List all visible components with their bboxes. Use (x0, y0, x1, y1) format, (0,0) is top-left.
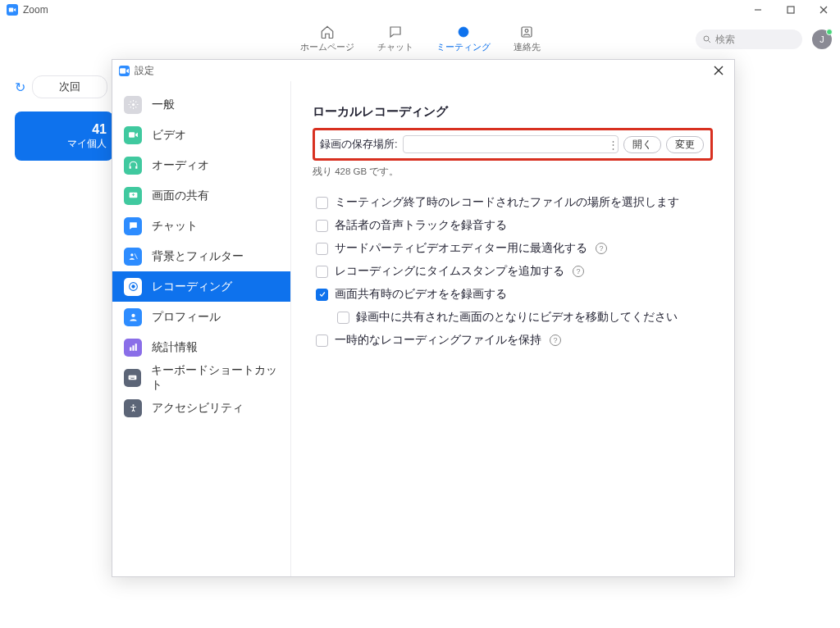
svg-rect-10 (120, 68, 126, 74)
remaining-space-label: 残り 428 GB です。 (313, 166, 713, 178)
sidebar-item-share-screen[interactable]: 画面の共有 (112, 180, 290, 211)
sidebar-item-label: レコーディング (152, 280, 232, 294)
svg-point-27 (131, 376, 132, 377)
clock-icon (455, 24, 472, 40)
recording-option[interactable]: 画面共有時のビデオをを録画する (313, 283, 713, 306)
option-label: 一時的なレコーディングファイルを保持 (335, 333, 541, 348)
spinner-icon: ⋮ (609, 137, 617, 152)
svg-point-13 (131, 103, 134, 106)
recording-option[interactable]: 録画中に共有された画面のとなりにビデオを移動してください (313, 306, 713, 329)
sidebar-item-label: 背景とフィルター (152, 249, 244, 264)
sidebar-item-label: オーディオ (152, 158, 209, 173)
svg-point-28 (133, 376, 134, 377)
presence-indicator (826, 29, 833, 35)
panel-heading: ローカルレコーディング (313, 104, 713, 120)
avatar[interactable]: J (812, 30, 832, 49)
share-screen-icon (124, 187, 142, 205)
window-title: Zoom (23, 4, 48, 16)
recording-option[interactable]: ミーティング終了時のレコードされたファイルの場所を選択します (313, 191, 713, 214)
sidebar-item-video[interactable]: ビデオ (112, 120, 290, 150)
dialog-close-button[interactable] (703, 60, 734, 81)
meeting-card-label: マイ個人 (67, 137, 107, 151)
sidebar-item-statistics[interactable]: 統計情報 (112, 332, 290, 362)
checkbox[interactable] (316, 266, 328, 278)
recording-settings-panel: ローカルレコーディング 録画の保存場所: ⋮ 開く 変更 残り 428 GB で… (291, 81, 734, 576)
headphones-icon (124, 157, 142, 175)
svg-point-7 (525, 30, 528, 33)
option-label: 録画中に共有された画面のとなりにビデオを移動してください (356, 310, 678, 325)
sidebar-item-label: プロフィール (152, 310, 221, 325)
checkbox[interactable] (316, 220, 328, 232)
svg-rect-22 (130, 348, 131, 351)
svg-point-21 (131, 314, 135, 317)
svg-rect-16 (135, 166, 137, 169)
checkbox[interactable] (316, 334, 328, 347)
record-icon (124, 278, 142, 296)
highlighted-recording-location: 録画の保存場所: ⋮ 開く 変更 (313, 128, 713, 161)
sidebar-item-label: チャット (152, 219, 198, 234)
svg-rect-24 (135, 344, 136, 351)
svg-point-20 (131, 284, 135, 288)
profile-icon (124, 308, 142, 326)
svg-rect-15 (129, 166, 130, 169)
gear-icon (124, 96, 142, 114)
svg-rect-14 (129, 132, 135, 138)
option-label: 各話者の音声トラックを録音する (335, 218, 507, 233)
svg-point-30 (132, 404, 134, 406)
checkbox[interactable] (337, 312, 349, 324)
sidebar-item-general[interactable]: 一般 (112, 89, 290, 120)
help-icon[interactable]: ? (573, 266, 584, 277)
sidebar-item-label: 統計情報 (152, 340, 198, 355)
window-maximize-button[interactable] (774, 0, 807, 20)
meeting-id-card[interactable]: 41 マイ個人 (15, 111, 113, 161)
sidebar-item-background[interactable]: 背景とフィルター (112, 241, 290, 271)
search-input[interactable]: 検索 (696, 30, 802, 49)
video-icon (124, 126, 142, 144)
checkbox[interactable] (316, 289, 328, 301)
recording-option[interactable]: 各話者の音声トラックを録音する (313, 214, 713, 237)
next-meeting-button[interactable]: 次回 (32, 75, 107, 98)
checkbox[interactable] (316, 243, 328, 255)
sidebar-item-accessibility[interactable]: アクセシビリティ (112, 393, 290, 423)
main-header: ホームページ チャット ミーティング 連絡先 検索 J (0, 20, 840, 57)
window-minimize-button[interactable] (742, 0, 774, 20)
option-label: サードパーティビデオエディター用に最適化する (335, 241, 587, 256)
home-icon (319, 24, 336, 40)
sidebar-item-audio[interactable]: オーディオ (112, 150, 290, 180)
chat-icon (124, 217, 142, 235)
meeting-card-number: 41 (92, 122, 107, 137)
svg-rect-0 (9, 8, 13, 12)
nav-tab-chat[interactable]: チャット (377, 24, 413, 53)
recording-option[interactable]: 一時的なレコーディングファイルを保持? (313, 329, 713, 352)
background-icon (124, 248, 142, 266)
recording-option[interactable]: サードパーティビデオエディター用に最適化する? (313, 237, 713, 260)
help-icon[interactable]: ? (596, 243, 607, 254)
sidebar-item-profile[interactable]: プロフィール (112, 302, 290, 332)
avatar-initial: J (819, 34, 824, 44)
window-titlebar: Zoom (0, 0, 840, 20)
search-placeholder: 検索 (715, 33, 735, 47)
location-field[interactable]: ⋮ (403, 135, 619, 153)
nav-tab-contacts[interactable]: 連絡先 (514, 24, 541, 53)
statistics-icon (124, 339, 142, 357)
accessibility-icon (124, 399, 142, 417)
svg-point-26 (130, 376, 130, 377)
sidebar-item-chat[interactable]: チャット (112, 211, 290, 241)
settings-sidebar: 一般 ビデオ オーディオ 画面の共有 チャット 背景とフィルター (112, 81, 291, 576)
sidebar-item-recording[interactable]: レコーディング (112, 271, 290, 302)
checkbox[interactable] (316, 197, 328, 209)
window-close-button[interactable] (807, 0, 840, 20)
option-label: 画面共有時のビデオをを録画する (335, 287, 507, 302)
option-label: ミーティング終了時のレコードされたファイルの場所を選択します (335, 195, 679, 210)
svg-line-9 (709, 41, 711, 43)
recording-option[interactable]: レコーディングにタイムスタンプを追加する? (313, 260, 713, 283)
change-button[interactable]: 変更 (666, 136, 704, 153)
refresh-button[interactable]: ↻ (15, 80, 25, 95)
open-button[interactable]: 開く (623, 136, 661, 153)
nav-tab-meetings[interactable]: ミーティング (436, 24, 491, 53)
sidebar-item-label: 一般 (152, 98, 175, 112)
nav-tab-home[interactable]: ホームページ (300, 24, 354, 53)
svg-rect-29 (130, 378, 134, 379)
help-icon[interactable]: ? (550, 334, 561, 346)
sidebar-item-shortcuts[interactable]: キーボードショートカット (112, 362, 290, 393)
